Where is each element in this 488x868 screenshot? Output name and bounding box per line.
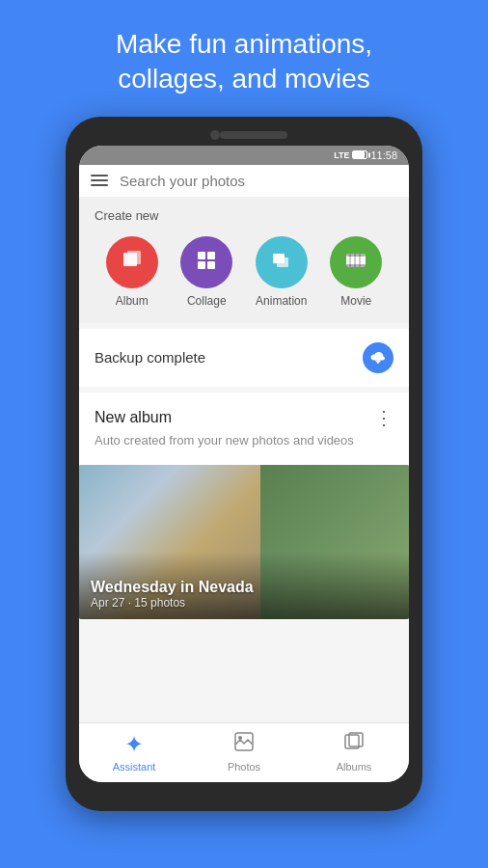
svg-rect-2 [198, 252, 205, 259]
animation-circle [256, 236, 308, 288]
nav-label-assistant: Assistant [113, 761, 156, 773]
albums-icon [343, 731, 365, 758]
backup-cloud-icon [363, 342, 393, 373]
phone-notch [79, 130, 409, 140]
svg-rect-3 [207, 252, 215, 259]
new-album-subtitle: Auto created from your new photos and vi… [95, 433, 393, 448]
create-new-items: Album Collage [95, 236, 393, 308]
create-new-label: Create new [95, 208, 393, 223]
nav-item-photos[interactable]: Photos [189, 731, 299, 773]
phone-shell: LTE 11:58 Create new [66, 117, 422, 811]
album-circle [106, 236, 158, 288]
nav-label-photos: Photos [228, 761, 260, 773]
animation-icon [270, 249, 293, 276]
headline-text: Make fun animations, collages, and movie… [77, 0, 411, 117]
status-bar: LTE 11:58 [79, 146, 409, 165]
backup-text: Backup complete [95, 349, 205, 366]
svg-rect-5 [207, 261, 215, 269]
new-album-section: New album ⋮ Auto created from your new p… [79, 393, 409, 465]
bottom-nav: ✦ Assistant Photos [79, 722, 409, 782]
album-caption-sub: Apr 27 · 15 photos [91, 596, 254, 610]
svg-rect-4 [198, 261, 205, 269]
movie-label: Movie [340, 294, 371, 308]
search-input[interactable] [120, 173, 397, 189]
more-options-icon[interactable]: ⋮ [374, 406, 393, 429]
svg-rect-13 [359, 254, 361, 267]
album-caption-title: Wednesday in Nevada [91, 579, 254, 596]
status-time: 11:58 [370, 149, 397, 161]
phone-screen: LTE 11:58 Create new [79, 146, 409, 782]
lte-icon: LTE [334, 150, 349, 160]
animation-label: Animation [256, 294, 307, 308]
svg-rect-12 [354, 254, 356, 267]
album-label: Album [116, 294, 149, 308]
svg-rect-11 [349, 254, 351, 267]
create-new-section: Create new Album [79, 197, 409, 323]
search-bar-area [79, 165, 409, 197]
svg-rect-1 [127, 251, 141, 264]
collage-label: Collage [187, 294, 227, 308]
nav-item-albums[interactable]: Albums [299, 731, 409, 773]
create-item-movie[interactable]: Movie [330, 236, 382, 308]
create-item-animation[interactable]: Animation [256, 236, 308, 308]
create-item-album[interactable]: Album [106, 236, 158, 308]
svg-rect-7 [277, 258, 288, 267]
collage-icon [195, 249, 218, 276]
backup-section: Backup complete [79, 329, 409, 387]
photos-icon [233, 731, 255, 758]
phone-camera [210, 130, 220, 140]
hamburger-icon[interactable] [91, 175, 108, 186]
album-caption: Wednesday in Nevada Apr 27 · 15 photos [91, 579, 254, 610]
battery-icon [352, 150, 367, 159]
status-icons: LTE 11:58 [334, 149, 397, 161]
phone-speaker [220, 131, 287, 139]
new-album-title: New album [95, 409, 172, 426]
movie-icon [344, 249, 367, 276]
nav-label-albums: Albums [337, 761, 372, 773]
album-photo[interactable]: Wednesday in Nevada Apr 27 · 15 photos [79, 465, 409, 619]
movie-circle [330, 236, 382, 288]
new-album-header: New album ⋮ [95, 406, 393, 429]
assistant-star-icon: ✦ [124, 731, 144, 758]
collage-circle [180, 236, 232, 288]
create-item-collage[interactable]: Collage [180, 236, 232, 308]
battery-fill [353, 151, 364, 158]
album-icon [121, 248, 144, 276]
nav-item-assistant[interactable]: ✦ Assistant [79, 731, 189, 773]
